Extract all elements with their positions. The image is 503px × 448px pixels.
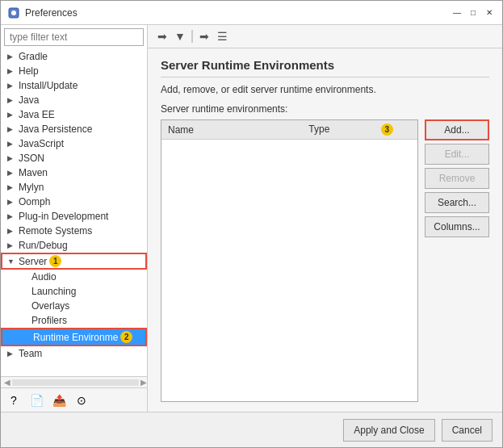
arrow-icon: ▶ [7,183,17,191]
help-icon[interactable]: ? [6,392,22,408]
col-name: Name [161,120,302,140]
sidebar-item-label: Java Persistence [19,124,92,135]
sidebar-item-label: Run/Debug [19,240,68,251]
sidebar-item-label: Profilers [31,315,67,326]
sidebar-item-label: JSON [19,153,44,164]
sidebar-item-label: Install/Update [19,80,78,91]
sidebar: ▶ Gradle ▶ Help ▶ Install/Update ▶ Java [1,25,148,412]
back-icon[interactable]: ➡ [154,28,170,44]
sidebar-item-java-persistence[interactable]: ▶ Java Persistence [1,122,147,136]
env-buttons: Add... Edit... Remove Search... Columns.… [425,119,489,402]
export-icon[interactable]: 📤 [51,392,67,408]
sidebar-item-server[interactable]: ▼ Server 1 [1,253,147,270]
sidebar-item-label: Audio [31,271,57,283]
sidebar-item-server-launching[interactable]: Launching [1,284,147,299]
sidebar-item-server-overlays[interactable]: Overlays [1,299,147,313]
sidebar-item-label: Maven [19,167,48,178]
forward-icon[interactable]: ➡ [196,28,212,44]
runtime-badge: 2 [120,331,132,343]
window-title: Preferences [25,7,451,19]
table-row [161,140,417,285]
arrow-icon: ▶ [7,212,17,220]
col-type: Type 3 [302,120,417,140]
panel-content: Server Runtime Environments Add, remove,… [148,48,502,412]
title-bar: Preferences — □ ✕ [1,1,502,25]
menu-icon[interactable]: ☰ [214,28,230,44]
sidebar-item-label: Oomph [19,196,50,207]
sidebar-item-remote-systems[interactable]: ▶ Remote Systems [1,224,147,238]
sidebar-item-label: Server [19,256,47,267]
restore-icon[interactable]: ⊙ [73,392,90,408]
tree-hscroll[interactable]: ◀ ▶ [1,376,147,387]
sidebar-item-help[interactable]: ▶ Help [1,64,147,78]
arrow-icon: ▶ [7,198,17,206]
arrow-icon [20,287,30,295]
edit-button[interactable]: Edit... [425,144,489,165]
arrow-icon: ▶ [7,169,17,177]
maximize-button[interactable]: □ [467,6,480,19]
sidebar-item-plugin-dev[interactable]: ▶ Plug-in Development [1,209,147,224]
panel-description: Add, remove, or edit server runtime envi… [161,84,489,95]
sidebar-item-label: Gradle [19,51,48,62]
sidebar-item-team[interactable]: ▶ Team [1,346,147,361]
arrow-icon: ▶ [7,111,17,119]
panel-title: Server Runtime Environments [161,58,489,77]
arrow-icon [22,333,31,341]
env-table-body [161,140,417,285]
filter-input[interactable] [4,28,144,46]
close-button[interactable]: ✕ [483,6,496,19]
env-table: Name Type 3 [161,120,417,285]
main-panel: ➡ ▼ ➡ ☰ Server Runtime Environments Add,… [148,25,502,412]
panel-subtitle: Server runtime environments: [161,103,489,115]
sidebar-item-javascript[interactable]: ▶ JavaScript [1,136,147,151]
nav-bar: ➡ ▼ ➡ ☰ [148,25,502,48]
sidebar-item-label: JavaScript [19,138,64,149]
cancel-button[interactable]: Cancel [442,419,493,442]
sidebar-item-oomph[interactable]: ▶ Oomph [1,195,147,209]
arrow-icon: ▶ [7,125,17,133]
arrow-icon: ▶ [7,67,17,75]
main-content: ▶ Gradle ▶ Help ▶ Install/Update ▶ Java [1,25,502,412]
sidebar-item-label: Remote Systems [19,225,92,237]
minimize-button[interactable]: — [451,6,463,19]
columns-button[interactable]: Columns... [425,216,489,237]
arrow-icon: ▼ [7,257,17,266]
separator [191,30,193,43]
add-badge: 3 [381,124,393,136]
add-button[interactable]: Add... [425,119,489,140]
sidebar-item-json[interactable]: ▶ JSON [1,151,147,165]
dropdown-icon[interactable]: ▼ [172,28,188,44]
sidebar-item-java[interactable]: ▶ Java [1,93,147,107]
import-icon[interactable]: 📄 [28,392,44,408]
sidebar-item-mylyn[interactable]: ▶ Mylyn [1,180,147,195]
env-area: Name Type 3 [161,119,489,402]
sidebar-item-label: Plug-in Development [19,211,108,222]
env-table-container: Name Type 3 [161,119,418,402]
search-button[interactable]: Search... [425,192,489,213]
preferences-window: Preferences — □ ✕ ▶ Gradle ▶ Help [0,0,503,448]
sidebar-item-label: Mylyn [19,182,44,193]
arrow-icon: ▶ [7,241,17,249]
arrow-icon [20,302,30,310]
sidebar-item-server-profilers[interactable]: Profilers [1,313,147,328]
arrow-icon: ▶ [7,140,17,148]
sidebar-footer: ? 📄 📤 ⊙ [1,387,147,412]
arrow-icon: ▶ [7,82,17,90]
sidebar-item-server-runtime[interactable]: Runtime Environme 2 [1,328,147,346]
sidebar-item-label: Launching [31,286,76,297]
arrow-icon: ▶ [7,52,17,61]
arrow-icon: ▶ [7,227,17,235]
sidebar-item-gradle[interactable]: ▶ Gradle [1,49,147,64]
sidebar-item-maven[interactable]: ▶ Maven [1,165,147,180]
sidebar-item-install-update[interactable]: ▶ Install/Update [1,78,147,93]
apply-close-button[interactable]: Apply and Close [343,419,434,442]
sidebar-item-server-audio[interactable]: Audio [1,270,147,284]
sidebar-item-label: Java EE [19,109,55,120]
sidebar-item-label: Overlays [31,300,69,312]
sidebar-item-run-debug[interactable]: ▶ Run/Debug [1,238,147,253]
window-controls: — □ ✕ [451,6,496,19]
tree-view: ▶ Gradle ▶ Help ▶ Install/Update ▶ Java [1,49,147,376]
sidebar-item-java-ee[interactable]: ▶ Java EE [1,107,147,122]
remove-button[interactable]: Remove [425,168,489,189]
arrow-icon: ▶ [7,350,17,358]
